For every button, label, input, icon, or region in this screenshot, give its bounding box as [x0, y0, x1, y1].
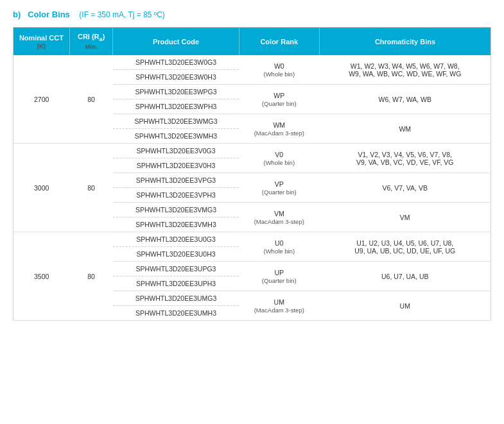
product-code-cell: SPHWHTL3D20EE3WMG3	[113, 114, 239, 129]
table-row: 300080SPHWHTL3D20EE3V0G3V0(Whole bin)V1,…	[13, 144, 491, 158]
product-code-cell: SPHWHTL3D20EE3UMG3	[113, 291, 239, 306]
section-title: b) Color Bins (IF = 350 mA, Tj = 85 ºC)	[13, 10, 491, 19]
cri-cell: 80	[69, 232, 113, 321]
product-code-cell: SPHWHTL3D20EE3VMH3	[113, 217, 239, 232]
chromacity-cell: W6, W7, WA, WB	[319, 85, 491, 114]
product-code-cell: SPHWHTL3D20EE3WPG3	[113, 85, 239, 99]
chromacity-cell: V6, V7, VA, VB	[319, 173, 491, 203]
color-rank-cell: VP(Quarter bin)	[239, 173, 319, 203]
color-rank-cell: W0(Whole bin)	[239, 55, 319, 85]
product-code-cell: SPHWHTL3D20EE3VPG3	[113, 173, 239, 188]
chromacity-cell: VM	[319, 203, 491, 232]
product-code-cell: SPHWHTL3D20EE3UPG3	[113, 262, 239, 276]
chromacity-cell: UM	[319, 291, 491, 321]
nominal-cell: 2700	[13, 55, 70, 144]
nominal-cell: 3500	[13, 232, 70, 321]
product-code-cell: SPHWHTL3D20EE3UMH3	[113, 306, 239, 321]
chromacity-cell: V1, V2, V3, V4, V5, V6, V7, V8, V9, VA, …	[319, 144, 491, 173]
title-main: Color Bins	[28, 10, 70, 19]
product-code-cell: SPHWHTL3D20EE3W0G3	[113, 55, 239, 70]
product-code-cell: SPHWHTL3D20EE3WPH3	[113, 99, 239, 114]
table-row: 270080SPHWHTL3D20EE3W0G3W0(Whole bin)W1,…	[13, 55, 491, 70]
header-nominal: Nominal CCT(K)	[13, 28, 70, 56]
header-chromacity: Chromaticity Bins	[319, 28, 491, 56]
product-code-cell: SPHWHTL3D20EE3V0G3	[113, 144, 239, 158]
header-product-code: Product Code	[113, 28, 239, 56]
product-code-cell: SPHWHTL3D20EE3U0H3	[113, 247, 239, 262]
header-cri: CRI (Ra)Min.	[69, 28, 113, 56]
color-rank-cell: VM(MacAdam 3-step)	[239, 203, 319, 232]
product-code-cell: SPHWHTL3D20EE3W0H3	[113, 70, 239, 85]
chromacity-cell: WM	[319, 114, 491, 144]
chromacity-cell: W1, W2, W3, W4, W5, W6, W7, W8, W9, WA, …	[319, 55, 491, 85]
table-row: 350080SPHWHTL3D20EE3U0G3U0(Whole bin)U1,…	[13, 232, 491, 247]
color-rank-cell: U0(Whole bin)	[239, 232, 319, 262]
product-code-cell: SPHWHTL3D20EE3VMG3	[113, 203, 239, 217]
color-rank-cell: V0(Whole bin)	[239, 144, 319, 173]
product-code-cell: SPHWHTL3D20EE3WMH3	[113, 129, 239, 144]
product-code-cell: SPHWHTL3D20EE3U0G3	[113, 232, 239, 247]
product-code-cell: SPHWHTL3D20EE3V0H3	[113, 158, 239, 173]
color-rank-cell: UP(Quarter bin)	[239, 262, 319, 291]
color-rank-cell: WP(Quarter bin)	[239, 85, 319, 114]
product-code-cell: SPHWHTL3D20EE3VPH3	[113, 188, 239, 203]
title-prefix: b)	[13, 10, 21, 19]
color-rank-cell: WM(MacAdam 3-step)	[239, 114, 319, 144]
nominal-cell: 3000	[13, 144, 70, 232]
chromacity-cell: U1, U2, U3, U4, U5, U6, U7, U8, U9, UA, …	[319, 232, 491, 262]
cri-cell: 80	[69, 144, 113, 232]
color-bins-table: Nominal CCT(K) CRI (Ra)Min. Product Code…	[13, 27, 491, 321]
title-condition: (IF = 350 mA, Tj = 85 ºC)	[79, 10, 165, 19]
chromacity-cell: U6, U7, UA, UB	[319, 262, 491, 291]
cri-cell: 80	[69, 55, 113, 144]
product-code-cell: SPHWHTL3D20EE3UPH3	[113, 276, 239, 291]
header-color-rank: Color Rank	[239, 28, 319, 56]
table-header-row: Nominal CCT(K) CRI (Ra)Min. Product Code…	[13, 28, 491, 56]
color-rank-cell: UM(MacAdam 3-step)	[239, 291, 319, 321]
